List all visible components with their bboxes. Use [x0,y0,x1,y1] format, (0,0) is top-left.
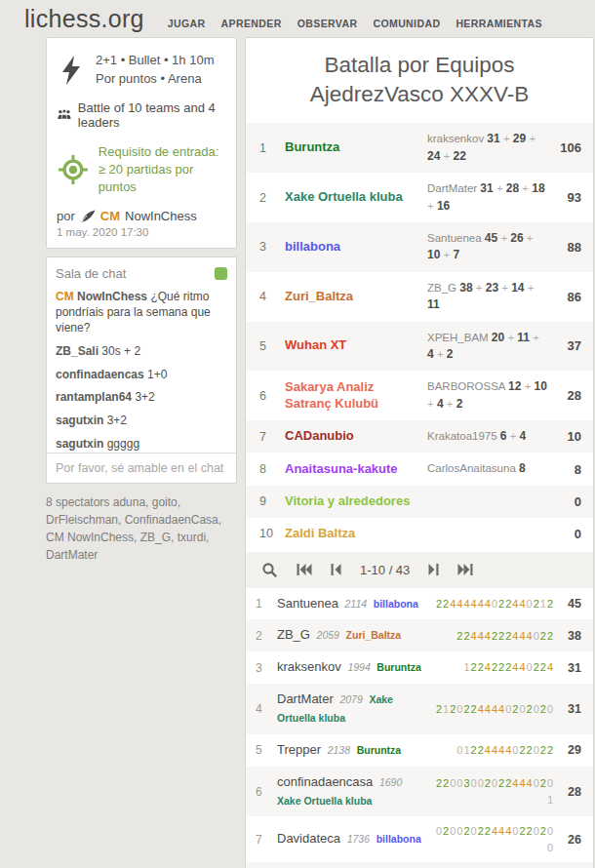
nav-item[interactable]: APRENDER [221,18,282,29]
team-name-link[interactable]: billabona [285,239,427,256]
lichess-logo[interactable]: lichess.org [24,5,144,33]
player-team-link[interactable]: Buruntza [357,744,402,756]
team-name-link[interactable]: Xake Ortuella kluba [285,189,427,206]
nav-item[interactable]: OBSERVAR [298,18,358,29]
team-leaders: DartMater 31 + 28 + 18 + 16 [427,180,548,215]
tournament-title: Batalla por Equipos AjedrezVasco XXXV-B [246,38,593,123]
chat-message: sagutxin ggggg [56,437,227,453]
chat-username: sagutxin [56,414,103,427]
team-leaders: BARBOROSSA 12 + 10 + 4 + 2 [427,378,548,413]
team-rank: 9 [259,494,285,508]
team-rank: 3 [259,240,285,254]
player-team-link[interactable]: billabona [374,598,418,610]
chat-message: ZB_Sali 30s + 2 [56,344,227,360]
tournament-main-panel: Batalla por Equipos AjedrezVasco XXXV-B … [245,37,594,868]
player-row[interactable]: 1 Santuenea 2114 billabona 2244444402244… [246,588,593,620]
player-rating: 2079 [339,693,362,705]
first-page-icon[interactable] [297,563,312,576]
chat-input[interactable] [47,454,236,483]
player-name: DartMater [277,691,334,706]
search-icon[interactable] [261,562,278,578]
team-row: 4 Zuri_Baltza ZB_G 38 + 23 + 14 + 11 86 [246,272,593,322]
nav-menu: JUGARAPRENDEROBSERVARCOMUNIDADHERRAMIENT… [168,18,542,29]
team-name-link[interactable]: CADanubio [285,428,427,445]
player-rank: 1 [256,597,277,611]
player-row[interactable]: 5 Trepper 2138 Buruntza 01224444022022 2… [246,734,593,767]
chat-message-text: 3+2 [135,390,154,404]
nav-item[interactable]: HERRAMIENTAS [456,18,542,29]
team-total-score: 8 [548,462,581,477]
player-total-score: 29 [554,743,581,757]
team-total-score: 10 [548,429,581,444]
player-name: Trepper [277,742,321,757]
time-control: 2+1 • Bullet • 1h 10m [96,52,214,70]
next-page-icon[interactable] [428,563,439,576]
team-leaders: Krakatoa1975 6 + 4 [427,428,548,445]
team-total-score: 106 [548,140,581,155]
prev-page-icon[interactable] [331,563,341,576]
time-control-text: 2+1 • Bullet • 1h 10m Por puntos • Arena [96,52,214,89]
player-info: DartMater 2079 Xake Ortuella kluba [277,690,431,728]
team-name-link[interactable]: Buruntza [285,139,427,156]
player-team-link[interactable]: Zuri_Baltza [346,629,402,641]
chat-title: Sala de chat [56,266,126,281]
team-name-link[interactable]: Wuhan XT [285,337,427,354]
team-row: 8 Anaitasuna-kakute CarlosAnaitasuna 8 8 [246,453,593,485]
player-score-sheet: 21202244440202020 [431,701,554,718]
player-score-sheet: 220030020224440201 [431,775,554,808]
team-name-link[interactable]: Vitoria y alrededores [285,493,427,510]
chat-username: sagutxin [56,437,103,451]
player-team-link[interactable]: Xake Ortuella kluba [277,795,372,807]
team-name-link[interactable]: Sakarya Analiz Satranç Kulubü [285,379,427,413]
player-row[interactable]: 3 kraksenkov 1994 Buruntza 1224222440224… [246,651,593,684]
chat-message: sagutxin 3+2 [56,414,227,429]
player-row[interactable]: 7 Davidateca 1736 billabona 020020224440… [246,816,593,862]
entry-requirement-text: Requisito de entrada: ≥ 20 partidas por … [99,143,226,197]
player-rank: 5 [256,743,277,757]
player-standings: 1 Santuenea 2114 billabona 2244444402244… [246,588,593,868]
team-leaders: kraksenkov 31 + 29 + 24 + 22 [427,131,548,165]
player-total-score: 26 [554,833,581,847]
team-row: 9 Vitoria y alrededores 0 [246,486,593,518]
player-row[interactable]: 6 confinadaencasa 1690 Xake Ortuella klu… [246,767,593,817]
team-name-link[interactable]: Anaitasuna-kakute [285,461,427,478]
sidebar: 2+1 • Bullet • 1h 10m Por puntos • Arena… [46,37,237,564]
chat-panel: Sala de chat CM NowInChess ¿Qué ritmo po… [46,256,237,484]
team-total-score: 37 [548,338,581,353]
player-row[interactable]: 8 bondu5 2038 Buruntza 02244022440 24 [246,862,593,868]
organizer-row: por CM NowInChess [57,209,226,223]
player-info: kraksenkov 1994 Buruntza [277,658,431,677]
player-rating: 2059 [317,629,339,641]
chat-toggle[interactable] [215,267,227,280]
nav-item[interactable]: COMUNIDAD [373,18,440,29]
team-rank: 8 [259,462,285,476]
last-page-icon[interactable] [457,563,473,576]
player-rating: 2138 [328,744,350,756]
team-name-link[interactable]: Zaldi Baltza [285,526,427,542]
player-info: ZB_G 2059 Zuri_Baltza [277,626,431,645]
player-team-link[interactable]: billabona [377,833,421,845]
team-row: 10 Zaldi Baltza 0 [246,518,593,550]
chat-username: confinadaencas [56,368,144,381]
target-icon [58,153,89,186]
chat-message: CM NowInChess ¿Qué ritmo pondríais para … [56,290,227,335]
chat-username: ZB_Sali [56,344,99,358]
team-row: 7 CADanubio Krakatoa1975 6 + 4 10 [246,420,593,453]
player-row[interactable]: 4 DartMater 2079 Xake Ortuella kluba 212… [246,684,593,734]
top-navbar: lichess.org JUGARAPRENDEROBSERVARCOMUNID… [0,0,595,37]
player-score-sheet: 22444444022440212 [431,596,554,612]
player-row[interactable]: 2 ZB_G 2059 Zuri_Baltza 22444222444022 3… [246,619,593,651]
player-rating: 2114 [345,598,368,610]
player-total-score: 38 [554,629,581,643]
player-team-link[interactable]: Buruntza [377,661,421,673]
team-name-link[interactable]: Zuri_Baltza [285,289,427,305]
organizer-name[interactable]: NowInChess [125,209,197,223]
team-leaders: ZB_G 38 + 23 + 14 + 11 [427,280,548,314]
chat-message-text: 30s + 2 [101,344,140,358]
player-name: confinadaencasa [277,774,373,789]
player-info: Trepper 2138 Buruntza [277,741,431,760]
player-score-sheet: 22444222444022 [431,628,554,645]
team-total-score: 93 [548,190,581,205]
player-rank: 2 [256,629,277,643]
nav-item[interactable]: JUGAR [168,18,206,29]
